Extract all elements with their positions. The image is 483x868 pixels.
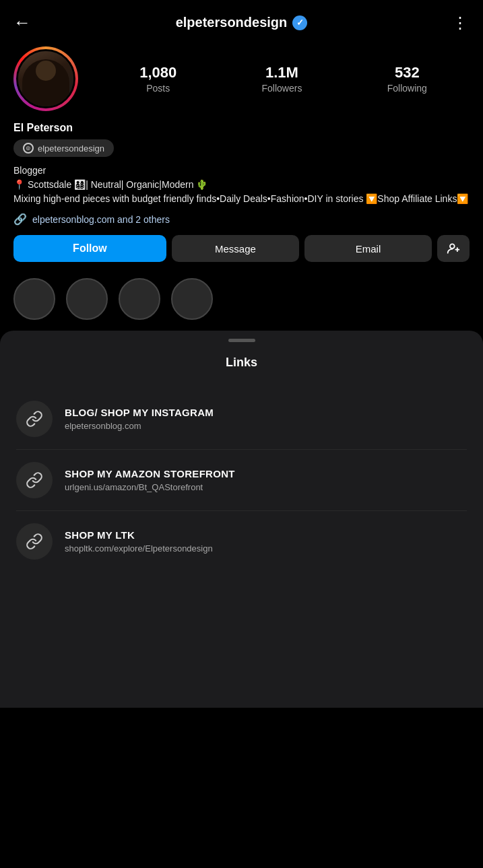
top-nav: ← elpetersondesign ✓ ⋮ [0, 0, 483, 40]
avatar[interactable] [13, 46, 78, 111]
highlight-item[interactable] [119, 278, 160, 320]
link-title-1: BLOG/ SHOP MY INSTAGRAM [65, 407, 214, 418]
bio-link-text: elpetersonblog.com and 2 others [32, 214, 170, 225]
link-title-3: SHOP MY LTK [65, 529, 213, 541]
link-title-2: SHOP MY AMAZON STOREFRONT [65, 468, 235, 479]
followers-count: 1.1M [265, 64, 298, 81]
stats-row: 1,080 Posts 1.1M Followers 532 Following [97, 64, 470, 94]
stat-following[interactable]: 532 Following [387, 64, 427, 94]
avatar-image [18, 51, 73, 106]
highlight-item[interactable] [66, 278, 108, 320]
threads-handle[interactable]: ⊚ elpetersondesign [13, 139, 114, 157]
link-item-amazon[interactable]: SHOP MY AMAZON STOREFRONT urlgeni.us/ama… [0, 450, 483, 510]
link-url-3: shopltk.com/explore/Elpetersondesign [65, 543, 213, 554]
highlight-circle [13, 278, 55, 320]
sheet-title: Links [0, 356, 483, 370]
email-button[interactable]: Email [304, 235, 432, 262]
highlight-circle [66, 278, 108, 320]
more-button[interactable]: ⋮ [452, 13, 470, 32]
highlight-circle [119, 278, 160, 320]
link-item-blog[interactable]: BLOG/ SHOP MY INSTAGRAM elpetersonblog.c… [0, 389, 483, 449]
bio-link[interactable]: 🔗 elpetersonblog.com and 2 others [13, 213, 470, 226]
chain-icon [26, 533, 43, 550]
posts-label: Posts [146, 83, 170, 94]
avatar-inner [16, 49, 75, 108]
back-button[interactable]: ← [13, 12, 31, 33]
nav-username: elpetersondesign [176, 15, 288, 30]
link-item-ltk[interactable]: SHOP MY LTK shopltk.com/explore/Elpeters… [0, 511, 483, 572]
link-circle-icon [16, 401, 53, 437]
add-friend-button[interactable] [437, 235, 470, 262]
add-person-icon [447, 242, 460, 255]
follow-button[interactable]: Follow [13, 235, 166, 262]
highlight-circle [171, 278, 213, 320]
verified-badge: ✓ [292, 15, 307, 30]
link-circle-icon [16, 462, 53, 498]
posts-count: 1,080 [139, 64, 176, 81]
profile-top: 1,080 Posts 1.1M Followers 532 Following [13, 46, 470, 111]
message-button[interactable]: Message [172, 235, 299, 262]
followers-label: Followers [262, 83, 302, 94]
avatar-ring [13, 46, 78, 111]
svg-point-0 [450, 244, 455, 248]
threads-icon: ⊚ [23, 143, 34, 154]
highlight-item[interactable] [171, 278, 213, 320]
highlights-row [0, 273, 483, 320]
link-circle-icon [16, 523, 53, 560]
sheet-handle[interactable] [228, 339, 255, 342]
threads-username: elpetersondesign [38, 143, 104, 154]
following-count: 532 [395, 64, 420, 81]
link-icon: 🔗 [13, 213, 27, 226]
stat-followers[interactable]: 1.1M Followers [262, 64, 302, 94]
profile-section: 1,080 Posts 1.1M Followers 532 Following… [0, 40, 483, 262]
bio-text: Blogger 📍 Scottsdale 👨‍👩‍👧‍👦| Neutral| O… [13, 164, 470, 206]
chain-icon [26, 410, 43, 428]
bottom-sheet: Links BLOG/ SHOP MY INSTAGRAM elpeterson… [0, 331, 483, 708]
link-text-blog: BLOG/ SHOP MY INSTAGRAM elpetersonblog.c… [65, 407, 214, 431]
highlight-item[interactable] [13, 278, 55, 320]
chain-icon [26, 471, 43, 489]
bio-section: El Peterson ⊚ elpetersondesign Blogger 📍… [13, 122, 470, 226]
link-text-ltk: SHOP MY LTK shopltk.com/explore/Elpeters… [65, 529, 213, 554]
following-label: Following [387, 83, 427, 94]
link-url-1: elpetersonblog.com [65, 421, 214, 431]
action-buttons: Follow Message Email [13, 235, 470, 262]
stat-posts[interactable]: 1,080 Posts [139, 64, 176, 94]
link-text-amazon: SHOP MY AMAZON STOREFRONT urlgeni.us/ama… [65, 468, 235, 492]
display-name: El Peterson [13, 122, 470, 134]
nav-title: elpetersondesign ✓ [176, 15, 308, 30]
link-url-2: urlgeni.us/amazon/Bt_QAStorefront [65, 482, 235, 492]
